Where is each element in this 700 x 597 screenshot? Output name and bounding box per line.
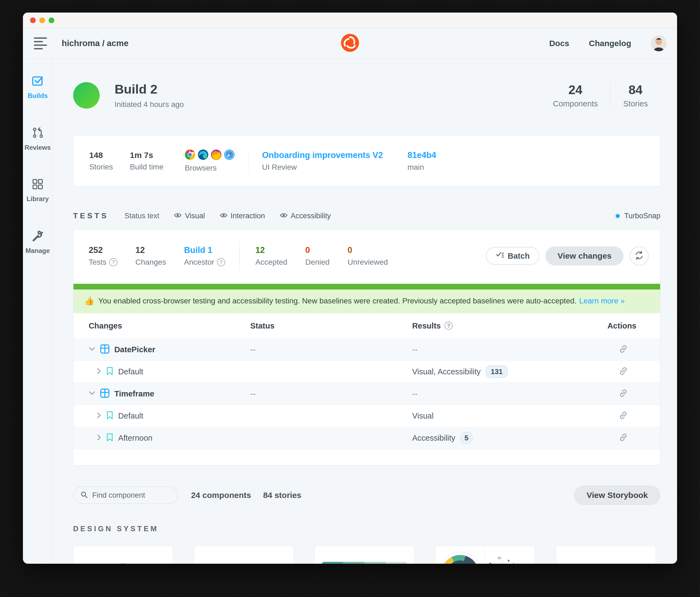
component-grid-icon xyxy=(100,389,109,399)
changelog-link[interactable]: Changelog xyxy=(589,39,631,48)
component-card-palette[interactable] xyxy=(315,546,415,564)
build-status-circle xyxy=(73,82,100,109)
view-changes-button[interactable]: View changes xyxy=(546,246,624,265)
sidebar-label-reviews: Reviews xyxy=(25,144,51,151)
builds-check-square-icon xyxy=(31,75,44,88)
unreviewed-stat: 0 Unreviewed xyxy=(348,245,388,266)
app-window: hichroma / acme Docs Changelog xyxy=(23,12,677,564)
results-value: Visual, Accessibility xyxy=(412,367,481,376)
design-system-heading: DESIGN SYSTEM xyxy=(73,525,660,533)
batch-checklist-icon xyxy=(496,252,504,261)
status-value: -- xyxy=(250,345,412,354)
results-value: -- xyxy=(412,389,607,398)
user-avatar[interactable] xyxy=(651,35,667,51)
changes-column-header: Changes xyxy=(89,321,250,331)
story-bookmark-icon xyxy=(106,367,113,377)
sidebar-item-manage[interactable]: Manage xyxy=(25,230,50,255)
help-icon[interactable]: ? xyxy=(445,322,453,330)
refresh-button[interactable] xyxy=(630,246,649,265)
chevron-right-icon[interactable] xyxy=(97,434,101,442)
results-column-header: Results xyxy=(412,321,441,331)
turbosnap-dot-icon xyxy=(616,214,620,218)
chrome-browser-icon xyxy=(185,150,195,161)
search-input-wrap[interactable] xyxy=(73,487,178,504)
story-name[interactable]: Afternoon xyxy=(118,434,153,443)
close-window-button[interactable] xyxy=(30,18,36,23)
chromatic-logo-icon[interactable] xyxy=(341,34,359,53)
results-value: -- xyxy=(412,345,607,354)
table-row[interactable]: DatePicker -- -- xyxy=(73,338,660,360)
thumbs-up-emoji: 👍 xyxy=(84,296,95,306)
ancestor-stat: Build 1 Ancestor? xyxy=(184,245,225,266)
table-row[interactable]: Timeframe -- -- xyxy=(73,383,660,405)
accessibility-toggle[interactable]: Accessibility xyxy=(280,212,331,220)
turbosnap-indicator[interactable]: TurboSnap xyxy=(616,212,660,220)
interaction-toggle[interactable]: Interaction xyxy=(220,212,265,220)
table-row[interactable]: Afternoon Accessibility 5 xyxy=(73,427,660,449)
sidebar-item-library[interactable]: Library xyxy=(26,178,49,203)
project-breadcrumb[interactable]: hichroma / acme xyxy=(62,38,129,48)
visual-toggle[interactable]: Visual xyxy=(174,212,205,220)
permalink-icon[interactable] xyxy=(619,411,645,421)
component-card-charts[interactable]: -42 6810 510 xyxy=(435,546,535,564)
learn-more-link[interactable]: Learn more » xyxy=(579,296,625,305)
chevron-right-icon[interactable] xyxy=(97,368,101,375)
eye-icon xyxy=(174,212,181,220)
permalink-icon[interactable] xyxy=(619,389,645,399)
line-chart-thumbnail: -42 6810 510 xyxy=(485,546,535,564)
permalink-icon[interactable] xyxy=(619,433,645,443)
view-storybook-button[interactable]: View Storybook xyxy=(574,486,660,505)
component-name[interactable]: Timeframe xyxy=(115,389,154,398)
svg-text:10: 10 xyxy=(498,556,501,560)
actions-column-header: Actions xyxy=(607,321,645,331)
zoom-window-button[interactable] xyxy=(49,18,54,23)
component-card-icons[interactable] xyxy=(556,546,656,564)
help-icon[interactable]: ? xyxy=(217,258,225,266)
component-name[interactable]: DatePicker xyxy=(115,345,155,354)
permalink-icon[interactable] xyxy=(619,366,645,377)
story-name[interactable]: Default xyxy=(118,412,143,420)
component-card-avatar[interactable] xyxy=(73,546,173,564)
story-name[interactable]: Default xyxy=(118,367,143,376)
build-time-stat: 1m 7s Build time xyxy=(130,151,164,171)
baseline-banner: 👍 You enabled cross-browser testing and … xyxy=(73,289,660,313)
edge-browser-icon xyxy=(198,150,208,161)
sidebar-item-builds[interactable]: Builds xyxy=(28,75,48,100)
search-input[interactable] xyxy=(92,491,171,500)
refresh-icon xyxy=(634,251,644,261)
tests-heading: TESTS xyxy=(73,211,109,220)
app-header: hichroma / acme Docs Changelog xyxy=(23,28,677,59)
batch-button[interactable]: Batch xyxy=(486,247,540,265)
accepted-stat: 12 Accepted xyxy=(255,245,288,266)
build-title: Build 2 xyxy=(115,82,184,97)
component-card-blank[interactable] xyxy=(194,546,294,564)
tests-stats-row: 252 Tests? 12 Changes Build 1 Ancestor? … xyxy=(73,230,660,284)
docs-link[interactable]: Docs xyxy=(549,39,569,48)
minimize-window-button[interactable] xyxy=(39,18,45,23)
color-palette-thumbnail xyxy=(322,562,407,564)
chevron-down-icon[interactable] xyxy=(89,391,95,396)
menu-icon[interactable] xyxy=(34,37,48,49)
status-value: -- xyxy=(250,389,412,398)
commit-link[interactable]: 81e4b4 xyxy=(407,150,436,160)
help-icon[interactable]: ? xyxy=(109,258,117,266)
commit-block: 81e4b4 main xyxy=(407,150,436,172)
chevron-down-icon[interactable] xyxy=(89,347,95,352)
eye-icon xyxy=(220,212,227,220)
sidebar-label-builds: Builds xyxy=(28,92,48,100)
table-row[interactable]: Default Visual, Accessibility 131 xyxy=(73,360,660,383)
build-progress-bar xyxy=(73,284,660,289)
manage-wrench-icon xyxy=(31,230,44,243)
permalink-icon[interactable] xyxy=(619,344,645,355)
status-text-label: Status text xyxy=(124,212,159,220)
firefox-browser-icon xyxy=(211,150,221,161)
sidebar-item-reviews[interactable]: Reviews xyxy=(25,126,51,151)
changes-stat: 12 Changes xyxy=(135,245,166,266)
review-title-link[interactable]: Onboarding improvements V2 xyxy=(262,150,383,160)
sidebar-nav: Builds Reviews xyxy=(23,59,53,564)
chevron-right-icon[interactable] xyxy=(97,412,101,420)
ancestor-build-link[interactable]: Build 1 xyxy=(184,245,225,255)
stories-count-stat: 84 Stories xyxy=(611,82,660,108)
noise-backdrop: hichroma / acme Docs Changelog xyxy=(0,0,700,597)
table-row[interactable]: Default Visual xyxy=(73,405,660,427)
